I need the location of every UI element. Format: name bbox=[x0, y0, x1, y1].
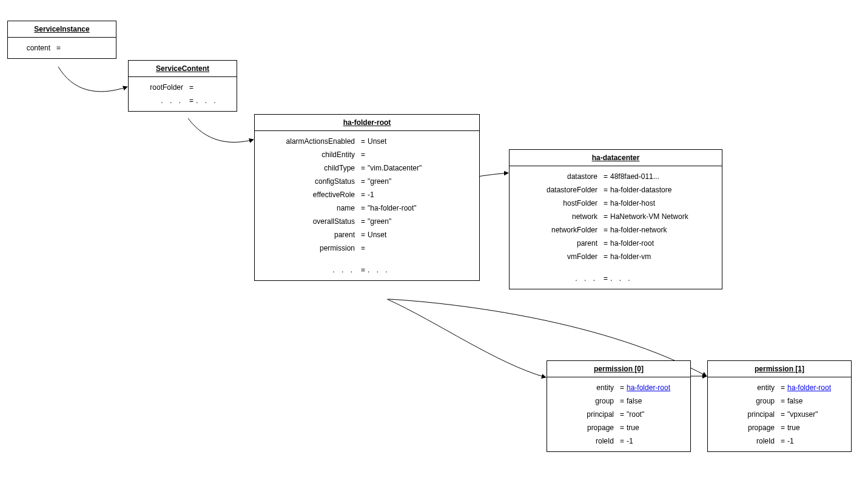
property-value: HaNetwork-VM Network bbox=[610, 210, 688, 223]
property-row: group=false bbox=[553, 394, 684, 408]
equals-sign: = bbox=[54, 41, 63, 55]
property-row: propage=true bbox=[714, 421, 845, 434]
property-value: 48f8faed-011... bbox=[610, 170, 659, 183]
property-key: propage bbox=[553, 421, 617, 434]
property-row: configStatus="green" bbox=[261, 175, 473, 188]
property-key: propage bbox=[714, 421, 778, 434]
property-row: permission= bbox=[261, 241, 473, 255]
property-row: childEntity= bbox=[261, 148, 473, 161]
property-key: group bbox=[714, 394, 778, 408]
property-key: principal bbox=[714, 408, 778, 421]
property-key: permission bbox=[261, 241, 358, 255]
property-row: effectiveRole=-1 bbox=[261, 188, 473, 201]
property-key: principal bbox=[553, 408, 617, 421]
node-permission-0: permission [0] entity=ha-folder-rootgrou… bbox=[547, 360, 691, 452]
property-row: network=HaNetwork-VM Network bbox=[516, 210, 716, 223]
property-key: content bbox=[14, 41, 54, 55]
property-row: parent=Unset bbox=[261, 228, 473, 241]
property-key: rootFolder bbox=[135, 81, 187, 94]
node-title: ha-datacenter bbox=[510, 150, 722, 166]
property-row: hostFolder=ha-folder-host bbox=[516, 197, 716, 210]
property-link[interactable]: ha-folder-root bbox=[627, 383, 670, 392]
property-row: alarmActionsEnabled=Unset bbox=[261, 135, 473, 148]
property-value: "ha-folder-root" bbox=[368, 201, 417, 215]
node-ha-datacenter: ha-datacenter datastore=48f8faed-011...d… bbox=[509, 149, 722, 289]
property-key: networkFolder bbox=[516, 223, 601, 237]
property-value: true bbox=[627, 421, 639, 434]
property-value: "green" bbox=[368, 215, 391, 228]
property-row: roleId=-1 bbox=[553, 434, 684, 448]
ellipsis-row: . . .=. . . bbox=[261, 263, 473, 277]
node-title: ServiceContent bbox=[129, 61, 237, 77]
property-value: "vim.Datacenter" bbox=[368, 161, 422, 175]
property-key: datastore bbox=[516, 170, 601, 183]
property-value: "root" bbox=[627, 408, 644, 421]
property-value: false bbox=[787, 394, 802, 408]
property-value: -1 bbox=[627, 434, 633, 448]
property-row: roleId=-1 bbox=[714, 434, 845, 448]
property-value: ha-folder-root bbox=[610, 237, 654, 250]
property-row: principal="root" bbox=[553, 408, 684, 421]
property-key: parent bbox=[516, 237, 601, 250]
property-row: rootFolder = bbox=[135, 81, 230, 94]
property-value: "vpxuser" bbox=[787, 408, 818, 421]
property-value: -1 bbox=[368, 188, 374, 201]
property-row: datastore=48f8faed-011... bbox=[516, 170, 716, 183]
property-value: ha-folder-network bbox=[610, 223, 667, 237]
node-title: permission [1] bbox=[708, 361, 851, 377]
property-value: Unset bbox=[368, 228, 386, 241]
property-value: false bbox=[627, 394, 642, 408]
property-key: name bbox=[261, 201, 358, 215]
property-key: configStatus bbox=[261, 175, 358, 188]
property-value: Unset bbox=[368, 135, 386, 148]
property-key: alarmActionsEnabled bbox=[261, 135, 358, 148]
node-title: ha-folder-root bbox=[255, 115, 479, 131]
property-key: group bbox=[553, 394, 617, 408]
diagram-canvas: ServiceInstance content = ServiceContent… bbox=[0, 0, 868, 489]
property-key: roleId bbox=[714, 434, 778, 448]
property-row: entity=ha-folder-root bbox=[714, 381, 845, 394]
node-title: ServiceInstance bbox=[8, 21, 116, 38]
property-value: ha-folder-host bbox=[610, 197, 655, 210]
property-value: ha-folder-root bbox=[787, 381, 831, 394]
property-row: datastoreFolder=ha-folder-datastore bbox=[516, 183, 716, 197]
node-service-instance: ServiceInstance content = bbox=[7, 21, 116, 59]
property-row: childType="vim.Datacenter" bbox=[261, 161, 473, 175]
property-key: hostFolder bbox=[516, 197, 601, 210]
property-key: overallStatus bbox=[261, 215, 358, 228]
property-value: "green" bbox=[368, 175, 391, 188]
property-key: childEntity bbox=[261, 148, 358, 161]
property-row: entity=ha-folder-root bbox=[553, 381, 684, 394]
node-title: permission [0] bbox=[547, 361, 690, 377]
property-row: vmFolder=ha-folder-vm bbox=[516, 250, 716, 263]
ellipsis-row: . . .=. . . bbox=[516, 272, 716, 285]
property-row: content = bbox=[14, 41, 110, 55]
property-key: parent bbox=[261, 228, 358, 241]
property-link[interactable]: ha-folder-root bbox=[787, 383, 831, 392]
property-row: propage=true bbox=[553, 421, 684, 434]
property-key: entity bbox=[714, 381, 778, 394]
property-value: -1 bbox=[787, 434, 794, 448]
property-row: principal="vpxuser" bbox=[714, 408, 845, 421]
property-key: network bbox=[516, 210, 601, 223]
property-key: effectiveRole bbox=[261, 188, 358, 201]
property-row: group=false bbox=[714, 394, 845, 408]
node-service-content: ServiceContent rootFolder = . . . = . . … bbox=[128, 60, 237, 112]
property-value: ha-folder-datastore bbox=[610, 183, 671, 197]
property-key: vmFolder bbox=[516, 250, 601, 263]
ellipsis-row: . . . = . . . bbox=[135, 94, 230, 107]
property-row: overallStatus="green" bbox=[261, 215, 473, 228]
property-row: name="ha-folder-root" bbox=[261, 201, 473, 215]
property-value: ha-folder-root bbox=[627, 381, 670, 394]
property-value: ha-folder-vm bbox=[610, 250, 651, 263]
node-ha-folder-root: ha-folder-root alarmActionsEnabled=Unset… bbox=[254, 114, 480, 281]
property-value: true bbox=[787, 421, 800, 434]
property-key: roleId bbox=[553, 434, 617, 448]
property-key: datastoreFolder bbox=[516, 183, 601, 197]
property-key: childType bbox=[261, 161, 358, 175]
property-key: entity bbox=[553, 381, 617, 394]
property-row: networkFolder=ha-folder-network bbox=[516, 223, 716, 237]
node-permission-1: permission [1] entity=ha-folder-rootgrou… bbox=[707, 360, 852, 452]
property-row: parent=ha-folder-root bbox=[516, 237, 716, 250]
